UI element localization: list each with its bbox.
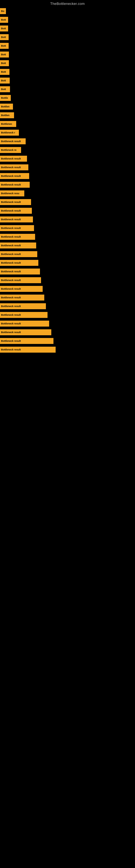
bar-row: Bottleneck result xyxy=(0,215,135,224)
bar-item: Bottleneck result xyxy=(0,182,30,188)
bar-row: Bottleneck result xyxy=(0,250,135,258)
bar-row: Bott xyxy=(0,33,135,41)
bar-item: Bottleneck result xyxy=(0,225,34,231)
bar-label: Bottleneck result xyxy=(1,218,21,221)
bar-label: Bottleneck result xyxy=(1,322,21,325)
bar-item: Bottlen xyxy=(0,112,14,118)
bar-label: Bott xyxy=(1,27,6,30)
bar-item: Bottleneck result xyxy=(0,269,40,275)
bar-row: Bottleneck result xyxy=(0,172,135,180)
bar-item: Bottleneck result xyxy=(0,321,49,327)
bar-label: Bottleneck result xyxy=(1,183,21,186)
bar-row: Bottleneck result xyxy=(0,137,135,146)
bar-label: Bott xyxy=(1,79,6,82)
bar-item: Bottleneck result xyxy=(0,303,46,309)
bar-label: Bott xyxy=(1,53,6,56)
bar-row: Bottleneck result xyxy=(0,302,135,311)
bar-item: Bottleneck result xyxy=(0,164,28,170)
bar-label: Bottleneck result xyxy=(1,348,21,351)
bar-label: Bottleneck result xyxy=(1,287,21,290)
bar-item: Bottleneck result xyxy=(0,138,26,144)
bar-label: Bottleneck result xyxy=(1,166,21,169)
bar-item: Bottleneck re xyxy=(0,147,21,153)
bar-item: Bottleneck result xyxy=(0,173,29,179)
bar-row: Bottleneck result xyxy=(0,163,135,172)
bar-label: Bottleneck result xyxy=(1,227,21,229)
bar-item: Bottleneck result xyxy=(0,294,44,301)
bar-row: Bottlenec xyxy=(0,120,135,128)
bar-row: Bott xyxy=(0,50,135,59)
bar-item: Bo xyxy=(0,8,6,14)
bar-label: Bottleneck result xyxy=(1,253,21,255)
bar-row: Bottleneck result xyxy=(0,293,135,302)
bar-item: Bott xyxy=(0,43,9,49)
bar-label: Bottlen xyxy=(1,105,9,108)
bar-label: Bottleneck result xyxy=(1,157,21,160)
bar-item: Bottleneck result xyxy=(0,338,53,344)
bar-label: Bo xyxy=(1,10,4,12)
bar-row: Bottleneck result xyxy=(0,224,135,232)
bar-row: Bottleneck result xyxy=(0,328,135,337)
bar-label: Bottleneck result xyxy=(1,279,21,282)
bar-item: Bott xyxy=(0,34,9,40)
bar-label: Bottleneck re xyxy=(1,149,16,151)
bar-item: Bottleneck resu xyxy=(0,190,24,196)
bar-item: Bottleneck result xyxy=(0,156,27,162)
bar-row: Bottleneck result xyxy=(0,241,135,250)
bar-row: Bottleneck result xyxy=(0,198,135,207)
bar-item: Bottleneck r xyxy=(0,130,19,135)
bar-label: Bottleneck result xyxy=(1,140,21,143)
bar-label: Bottleneck result xyxy=(1,314,21,316)
bar-label: Bottleneck result xyxy=(1,296,21,299)
bar-item: Bottlen xyxy=(0,104,13,110)
bar-row: Bott xyxy=(0,85,135,94)
bar-label: Bott xyxy=(1,19,6,21)
bar-item: Bott xyxy=(0,17,8,23)
bar-row: Bott xyxy=(0,76,135,85)
bar-item: Bottleneck result xyxy=(0,199,31,205)
bar-label: Bottleneck result xyxy=(1,331,21,334)
bar-row: Bottleneck result xyxy=(0,180,135,189)
bar-label: Bott xyxy=(1,70,6,73)
bar-row: Bottleneck result xyxy=(0,276,135,284)
bar-row: Bottleneck resu xyxy=(0,189,135,198)
site-title: TheBottlenecker.com xyxy=(0,0,135,7)
bar-row: Bottleneck re xyxy=(0,146,135,154)
bar-label: Bott xyxy=(1,36,6,38)
bar-label: Bott xyxy=(1,62,6,65)
bar-row: Bott xyxy=(0,67,135,76)
bar-item: Bottleneck result xyxy=(0,347,56,352)
bar-label: Bottle xyxy=(1,97,8,99)
bar-label: Bottlenec xyxy=(1,123,12,125)
bar-item: Bottleneck result xyxy=(0,260,38,266)
bar-label: Bottleneck result xyxy=(1,261,21,264)
bar-row: Bottleneck result xyxy=(0,154,135,163)
bar-item: Bottleneck result xyxy=(0,216,33,222)
bar-item: Bottleneck result xyxy=(0,234,35,240)
bar-item: Bott xyxy=(0,86,10,92)
bar-row: Bottleneck result xyxy=(0,267,135,276)
bar-label: Bott xyxy=(1,88,6,91)
bar-row: Bottleneck result xyxy=(0,311,135,319)
bar-label: Bottleneck result xyxy=(1,244,21,247)
bar-label: Bottleneck result xyxy=(1,305,21,308)
bar-item: Bott xyxy=(0,60,9,66)
bar-label: Bottleneck r xyxy=(1,131,15,134)
bar-row: Bottleneck result xyxy=(0,337,135,345)
bar-item: Bottlenec xyxy=(0,121,16,127)
bar-row: Bottleneck result xyxy=(0,258,135,267)
bar-item: Bottleneck result xyxy=(0,208,32,214)
bar-row: Bott xyxy=(0,16,135,24)
bar-row: Bottlen xyxy=(0,111,135,120)
bar-row: Bott xyxy=(0,41,135,50)
bar-item: Bottleneck result xyxy=(0,277,41,283)
bar-row: Bott xyxy=(0,59,135,67)
bar-label: Bottleneck resu xyxy=(1,192,19,195)
bar-label: Bottleneck result xyxy=(1,236,21,238)
bar-item: Bott xyxy=(0,78,10,84)
bar-row: Bottleneck result xyxy=(0,284,135,293)
bar-item: Bott xyxy=(0,52,9,58)
bar-row: Bottleneck r xyxy=(0,128,135,137)
bar-item: Bottleneck result xyxy=(0,329,51,335)
bar-label: Bottlen xyxy=(1,114,9,117)
